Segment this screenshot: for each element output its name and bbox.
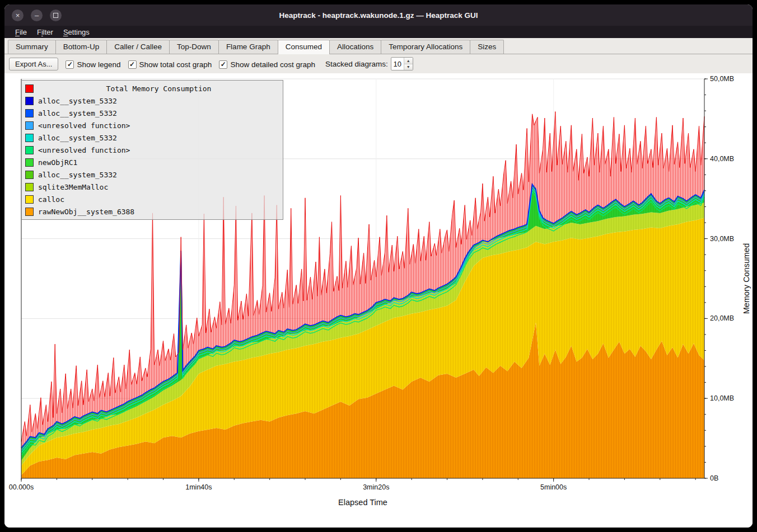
tab-flame-graph[interactable]: Flame Graph [218,40,278,54]
legend-swatch [25,195,34,204]
y-tick-label: 50,0MB [710,75,734,83]
legend-item-newobjrc1: newObjRC1 [23,156,282,168]
maximize-icon [53,13,58,18]
legend-item-alloc-system-5332: alloc__system_5332 [23,131,282,144]
checkbox-label: Show legend [77,60,120,69]
legend-label: newObjRC1 [38,158,77,167]
checkbox-show-detailed-cost-graph[interactable]: ✓Show detailed cost graph [219,60,315,69]
spinner-up-icon[interactable]: ▲ [404,58,413,64]
legend-label: alloc__system_5332 [38,171,117,179]
legend-swatch [25,84,34,93]
menubar: FileFilterSettings [4,26,753,38]
legend-swatch [25,158,34,167]
tab-sizes[interactable]: Sizes [470,40,504,54]
chart-legend: Total Memory Consumptionalloc__system_53… [21,80,283,220]
close-icon: × [16,12,20,19]
checkbox-box[interactable]: ✓ [128,60,137,69]
x-tick-label: 1min40s [185,483,212,491]
legend-swatch [25,121,34,130]
legend-swatch [25,171,34,179]
legend-swatch [25,134,34,142]
legend-label: Total Memory Consumption [38,84,279,93]
tab-allocations[interactable]: Allocations [329,40,381,54]
legend-item-alloc-system-5332: alloc__system_5332 [23,95,282,107]
toolbar-checkboxes: ✓Show legend✓Show total cost graph✓Show … [58,59,315,69]
titlebar[interactable]: × – Heaptrack - heaptrack.wakunode.1.gz … [4,4,753,26]
y-tick-label: 10,0MB [710,394,734,402]
tab-caller-callee[interactable]: Caller / Callee [106,40,170,54]
legend-item-rawnewobj-system-6388: rawNewObj__system_6388 [23,205,282,218]
stacked-diagrams-value[interactable]: 10 [391,58,404,70]
legend-item-total-memory-consumption: Total Memory Consumption [23,82,282,95]
legend-label: alloc__system_5332 [38,134,117,142]
checkbox-box[interactable]: ✓ [66,60,74,69]
spinner-buttons: ▲ ▼ [404,58,413,70]
window-buttons: × – [12,10,62,21]
window-title: Heaptrack - heaptrack.wakunode.1.gz — He… [4,11,753,20]
toolbar: Export As... ✓Show legend✓Show total cos… [4,54,753,73]
minimize-icon: – [35,12,39,19]
menu-filter[interactable]: Filter [32,27,58,37]
checkbox-show-legend[interactable]: ✓Show legend [66,60,120,69]
y-tick-label: 30,0MB [710,235,734,243]
tab-consumed[interactable]: Consumed [278,40,330,54]
legend-item-alloc-system-5332: alloc__system_5332 [23,168,282,181]
legend-item-alloc-system-5332: alloc__system_5332 [23,107,282,119]
chart-area: 00.000s1min40s3min20s5min00s0B10,0MB20,0… [4,73,753,528]
legend-swatch [25,109,34,117]
tab-summary[interactable]: Summary [8,40,56,54]
tab-top-down[interactable]: Top-Down [169,40,219,54]
checkbox-show-total-cost-graph[interactable]: ✓Show total cost graph [128,60,212,69]
tab-bar: SummaryBottom-UpCaller / CalleeTop-DownF… [4,38,753,54]
desktop-background: × – Heaptrack - heaptrack.wakunode.1.gz … [0,0,757,532]
legend-label: alloc__system_5332 [38,109,117,117]
legend-swatch [25,97,34,105]
x-tick-label: 00.000s [9,483,34,491]
stacked-diagrams-spinbox[interactable]: 10 ▲ ▼ [391,57,413,70]
legend-label: <unresolved function> [38,146,130,154]
app-window: × – Heaptrack - heaptrack.wakunode.1.gz … [4,4,753,528]
menu-settings[interactable]: Settings [58,27,95,37]
legend-item-calloc: calloc [23,193,282,205]
legend-label: sqlite3MemMalloc [38,183,108,191]
menu-file[interactable]: File [10,27,32,37]
legend-label: rawNewObj__system_6388 [38,208,134,216]
export-button[interactable]: Export As... [9,58,58,70]
legend-swatch [25,146,34,154]
maximize-button[interactable] [50,10,62,21]
legend-item-unresolved-function: <unresolved function> [23,144,282,156]
legend-label: calloc [38,195,64,204]
y-tick-label: 20,0MB [710,314,734,322]
legend-swatch [25,183,34,191]
legend-label: <unresolved function> [38,121,130,130]
y-axis-title: Memory Consumed [742,243,751,314]
checkbox-box[interactable]: ✓ [219,60,227,69]
checkbox-label: Show total cost graph [139,60,212,69]
x-tick-label: 5min00s [540,483,567,491]
spinner-down-icon[interactable]: ▼ [404,64,413,70]
tab-bottom-up[interactable]: Bottom-Up [55,40,108,54]
legend-swatch [25,208,34,216]
stacked-diagrams-label: Stacked diagrams: [325,60,388,68]
tab-temporary-allocations[interactable]: Temporary Allocations [381,40,470,54]
y-tick-label: 40,0MB [710,155,734,163]
y-tick-label: 0B [710,474,718,482]
minimize-button[interactable]: – [31,10,43,21]
legend-item-unresolved-function: <unresolved function> [23,119,282,131]
x-axis-title: Elapsed Time [338,498,387,507]
legend-item-sqlite3memmalloc: sqlite3MemMalloc [23,181,282,193]
checkbox-label: Show detailed cost graph [230,60,315,69]
x-tick-label: 3min20s [363,483,389,491]
close-button[interactable]: × [12,10,24,21]
legend-label: alloc__system_5332 [38,97,117,105]
